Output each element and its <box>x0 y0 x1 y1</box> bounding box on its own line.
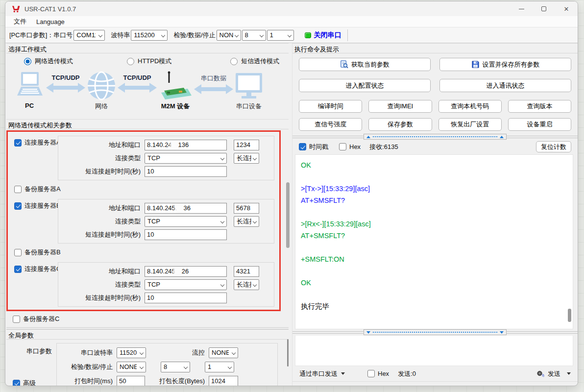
stopbits-select[interactable]: 1 <box>267 30 294 41</box>
serial-parity-select[interactable]: NONE <box>117 362 146 372</box>
server-b-timeout-input[interactable]: 10 <box>145 229 227 240</box>
server-a-panel: 地址和端口 8.140.24136 1234 连接类型 TCP 长连接 <box>58 136 274 180</box>
server-a-timeout-input[interactable]: 10 <box>145 166 227 177</box>
set-save-all-params-button[interactable]: 设置并保存所有参数 <box>439 58 571 71</box>
flow-control-select[interactable]: NONE <box>209 347 238 358</box>
redaction-blur <box>171 142 179 148</box>
maximize-button[interactable] <box>533 1 555 16</box>
enter-comm-state-button[interactable]: 进入通讯状态 <box>439 79 571 92</box>
close-button[interactable]: ✕ <box>555 1 578 16</box>
collapse-down-icon <box>500 331 504 334</box>
status-strip <box>292 381 578 386</box>
server-b-port-input[interactable]: 5678 <box>234 203 259 214</box>
monitor-icon <box>234 71 264 101</box>
query-local-number-button[interactable]: 查询本机号码 <box>438 100 502 113</box>
serial-stopbits-select[interactable]: 1 <box>205 362 234 372</box>
menu-language[interactable]: Language <box>32 17 69 26</box>
connect-server-b-checkbox[interactable]: 连接服务器B <box>14 201 58 210</box>
send-input-area[interactable] <box>295 336 573 366</box>
chevron-down-icon <box>161 33 165 37</box>
server-a-keepalive-select[interactable]: 长连接 <box>234 153 259 164</box>
save-floppy-icon <box>471 60 480 69</box>
window-title: USR-CAT1 V1.0.7 <box>24 5 76 13</box>
connect-server-c-checkbox[interactable]: 连接服务器C <box>14 265 58 273</box>
pack-time-input[interactable]: 50 <box>117 376 145 387</box>
server-a-address-input[interactable]: 8.140.24136 <box>145 140 227 150</box>
short-conn-timeout-label: 短连接超时时间(秒) <box>58 167 145 176</box>
query-signal-button[interactable]: 查信号强度 <box>299 118 362 131</box>
rx-hex-checkbox[interactable]: Hex <box>339 143 361 150</box>
m2m-device-icon <box>157 71 194 101</box>
timestamp-checkbox[interactable]: 时间戳 <box>299 143 328 151</box>
server-b-address-input[interactable]: 8.140.245.36 <box>145 203 227 214</box>
collapse-down-icon <box>366 331 370 334</box>
collapse-up-icon <box>366 136 370 138</box>
compile-time-button[interactable]: 编译时间 <box>299 100 362 113</box>
log-scrollbar-thumb[interactable] <box>568 309 571 322</box>
dropdown-arrow-icon <box>567 372 571 375</box>
baud-select[interactable]: 115200 <box>131 30 168 41</box>
send-count: 发送:0 <box>398 369 416 378</box>
radio-sms-passthrough[interactable]: 短信透传模式 <box>230 57 279 66</box>
device-restart-button[interactable]: 设备重启 <box>508 118 571 131</box>
databits-select[interactable]: 8 <box>242 30 266 41</box>
server-c-type-select[interactable]: TCP <box>145 279 227 290</box>
backup-server-a-checkbox[interactable]: 备份服务器A <box>14 184 279 194</box>
backup-server-b-checkbox[interactable]: 备份服务器B <box>14 247 279 257</box>
server-c-timeout-input[interactable]: 10 <box>145 293 227 303</box>
settings-panel: 选择工作模式 网络透传模式 HTTPD模式 短信透传模式 <box>5 43 289 386</box>
pack-length-input[interactable]: 1024 <box>209 376 238 387</box>
radio-httpd-mode[interactable]: HTTPD模式 <box>127 57 171 66</box>
server-c-port-input[interactable]: 4321 <box>234 266 259 277</box>
query-version-button[interactable]: 查询版本 <box>508 100 571 113</box>
server-c-section: 连接服务器C 地址和端口 8.140.24526 4321 连接类型 <box>8 262 274 307</box>
query-imei-button[interactable]: 查询IMEI <box>368 100 432 113</box>
close-serial-port-button[interactable]: 关闭串口 <box>294 31 341 40</box>
pack-time-label: 打包时间(ms) <box>57 377 117 386</box>
log-splitter-bottom[interactable] <box>292 329 578 336</box>
server-settings-highlight: 连接服务器A 地址和端口 8.140.24136 1234 连接类型 <box>6 130 281 311</box>
left-panel-scrollbar-thumb-lower[interactable] <box>287 339 289 367</box>
reset-counter-button[interactable]: 复位计数 <box>536 141 571 152</box>
backup-server-c-checkbox[interactable]: 备份服务器C <box>13 314 289 324</box>
radio-net-passthrough[interactable]: 网络透传模式 <box>24 57 73 66</box>
server-b-type-select[interactable]: TCP <box>145 216 227 227</box>
minimize-icon <box>519 9 524 9</box>
pack-length-label: 打包长度(Bytes) <box>145 377 209 386</box>
receive-controls: 时间戳 Hex 接收:6135 复位计数 <box>292 140 578 153</box>
server-c-keepalive-select[interactable]: 长连接 <box>234 279 259 290</box>
server-b-keepalive-select[interactable]: 长连接 <box>234 216 259 227</box>
connect-server-a-checkbox[interactable]: 连接服务器A <box>14 138 58 147</box>
menu-file[interactable]: 文件 <box>9 16 31 27</box>
send-button[interactable]: 发送 <box>536 369 571 378</box>
serial-baud-select[interactable]: 115200 <box>117 347 146 358</box>
serial-databits-select[interactable]: 8 <box>161 362 190 372</box>
factory-reset-button[interactable]: 恢复出厂设置 <box>438 118 502 131</box>
left-panel-scrollbar-thumb[interactable] <box>286 182 290 248</box>
advanced-checkbox[interactable]: 高级 <box>13 379 56 386</box>
server-c-address-input[interactable]: 8.140.24526 <box>145 266 227 277</box>
com-port-select[interactable]: COM11 <box>73 30 105 41</box>
close-icon: ✕ <box>564 6 569 12</box>
parity-select[interactable]: NONI <box>217 30 241 41</box>
minimize-button[interactable] <box>510 1 533 16</box>
server-a-type-select[interactable]: TCP <box>145 153 227 164</box>
splitter-dots <box>373 136 497 137</box>
server-a-port-input[interactable]: 1234 <box>234 140 259 150</box>
serial-params-label: 串口参数 <box>13 347 56 356</box>
get-current-params-button[interactable]: 获取当前参数 <box>299 58 431 71</box>
toolbar-separator <box>347 29 348 41</box>
log-splitter-top[interactable] <box>292 134 578 140</box>
receive-log-area[interactable]: OK >[Tx->][15:33:29][asc]AT+SMSFLT? >[Rx… <box>295 154 573 329</box>
chevron-down-icon <box>234 33 238 37</box>
tx-hex-checkbox[interactable]: Hex <box>367 370 389 377</box>
address-port-label: 地址和端口 <box>58 267 145 276</box>
save-params-button[interactable]: 保存参数 <box>368 118 432 131</box>
send-via-serial-dropdown[interactable]: 通过串口发送 <box>299 369 345 378</box>
log-line <box>301 206 573 218</box>
resize-grip[interactable] <box>545 384 549 386</box>
titlebar[interactable]: USR-CAT1 V1.0.7 ✕ <box>5 1 578 16</box>
enter-config-state-button[interactable]: 进入配置状态 <box>299 79 431 92</box>
command-panel: 执行命令及提示 获取当前参数 <box>292 43 578 386</box>
global-params-title: 全局参数 <box>6 329 289 340</box>
